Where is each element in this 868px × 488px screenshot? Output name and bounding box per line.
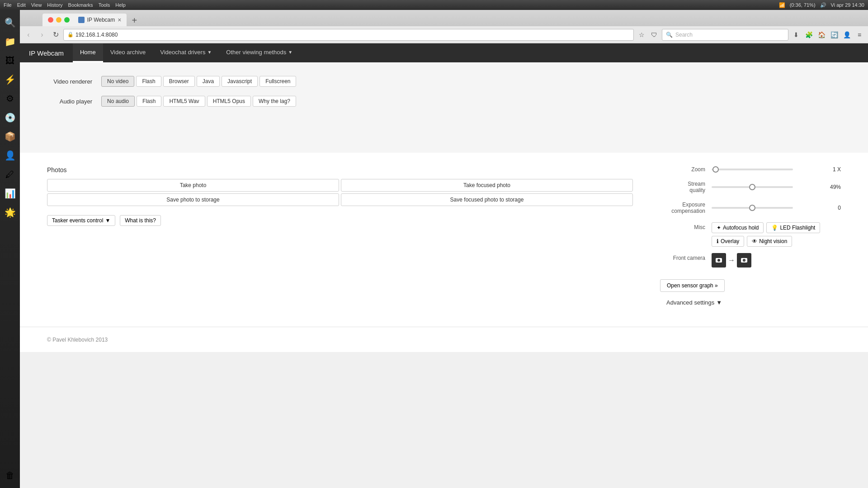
footer-copyright: © Pavel Khlebovich 2013 bbox=[47, 337, 108, 343]
advanced-settings-row: Advanced settings ▼ bbox=[660, 292, 841, 309]
back-button[interactable]: ‹ bbox=[23, 29, 34, 41]
menu-history[interactable]: History bbox=[47, 2, 62, 8]
sync-icon[interactable]: 🔄 bbox=[828, 29, 840, 41]
dock-item-4[interactable]: ⚙ bbox=[2, 90, 18, 107]
cam-front-icon bbox=[737, 253, 751, 267]
os-menu-bar[interactable]: File Edit View History Bookmarks Tools H… bbox=[4, 2, 126, 8]
url-input[interactable]: 🔒 192.168.1.4:8080 bbox=[63, 29, 634, 41]
btn-no-audio[interactable]: No audio bbox=[101, 96, 135, 107]
led-flashlight-button[interactable]: 💡 LED Flashlight bbox=[766, 222, 820, 233]
dock-item-6[interactable]: 📦 bbox=[2, 128, 18, 145]
nav-other-viewing[interactable]: Other viewing methods ▼ bbox=[219, 43, 300, 62]
btn-java[interactable]: Java bbox=[197, 76, 220, 87]
close-button[interactable] bbox=[48, 17, 53, 23]
zoom-slider-row: Zoom 1 X bbox=[660, 166, 841, 173]
night-vision-icon: 👁 bbox=[752, 238, 757, 244]
autofocus-icon: ✦ bbox=[717, 225, 721, 231]
menu-icon[interactable]: ≡ bbox=[854, 29, 865, 41]
dock-item-7[interactable]: 👤 bbox=[2, 147, 18, 164]
tab-title: IP Webcam bbox=[87, 17, 115, 23]
search-input[interactable]: 🔍 Search bbox=[662, 29, 788, 41]
tasker-events-button[interactable]: Tasker events control ▼ bbox=[47, 215, 115, 226]
stream-quality-slider[interactable] bbox=[712, 186, 816, 188]
btn-why-lag[interactable]: Why the lag? bbox=[253, 96, 296, 107]
btn-browser[interactable]: Browser bbox=[163, 76, 195, 87]
advanced-settings-button[interactable]: Advanced settings ▼ bbox=[660, 296, 728, 309]
tasker-dropdown-icon: ▼ bbox=[105, 217, 110, 224]
dock-item-10[interactable]: 🌟 bbox=[2, 204, 18, 221]
dock-item-5[interactable]: 💿 bbox=[2, 109, 18, 126]
zoom-slider[interactable] bbox=[712, 169, 816, 170]
btn-no-video[interactable]: No video bbox=[101, 76, 134, 87]
main-area: Photos Take photo Take focused photo Sav… bbox=[20, 153, 868, 327]
svg-point-4 bbox=[744, 260, 745, 261]
btn-flash-video[interactable]: Flash bbox=[136, 76, 161, 87]
menu-view[interactable]: View bbox=[31, 2, 42, 8]
profile-icon[interactable]: 👤 bbox=[841, 29, 853, 41]
save-focused-photo-button[interactable]: Save focused photo to storage bbox=[341, 193, 633, 206]
exposure-thumb[interactable] bbox=[749, 205, 755, 211]
overlay-button[interactable]: ℹ Overlay bbox=[712, 236, 744, 247]
autofocus-hold-button[interactable]: ✦ Autofocus hold bbox=[712, 222, 764, 233]
save-photo-button[interactable]: Save photo to storage bbox=[47, 193, 339, 206]
zoom-label: Zoom bbox=[660, 166, 705, 173]
night-vision-button[interactable]: 👁 Night vision bbox=[747, 236, 792, 247]
os-dock: 🔍 📁 🖼 ⚡ ⚙ 💿 📦 👤 🖊 📊 🌟 🗑 bbox=[0, 10, 20, 488]
search-placeholder: Search bbox=[675, 32, 693, 38]
zoom-thumb[interactable] bbox=[712, 166, 719, 173]
home-icon[interactable]: 🏠 bbox=[816, 29, 827, 41]
misc-buttons: ✦ Autofocus hold 💡 LED Flashlight ℹ Over… bbox=[712, 222, 841, 247]
menu-edit[interactable]: Edit bbox=[17, 2, 26, 8]
camera-switch[interactable]: → bbox=[712, 253, 751, 267]
take-focused-photo-button[interactable]: Take focused photo bbox=[341, 179, 633, 192]
minimize-button[interactable] bbox=[56, 17, 61, 23]
forward-button[interactable]: › bbox=[36, 29, 48, 41]
menu-file[interactable]: File bbox=[4, 2, 12, 8]
toolbar-icons: ☆ 🛡 bbox=[636, 29, 660, 41]
btn-html5-opus[interactable]: HTML5 Opus bbox=[207, 96, 251, 107]
bookmark-star-icon[interactable]: ☆ bbox=[636, 29, 647, 41]
menu-bookmarks[interactable]: Bookmarks bbox=[68, 2, 93, 8]
maximize-button[interactable] bbox=[64, 17, 70, 23]
app-brand: IP Webcam bbox=[29, 49, 64, 57]
dock-item-3[interactable]: ⚡ bbox=[2, 71, 18, 88]
dock-item-trash[interactable]: 🗑 bbox=[2, 467, 18, 483]
browser-tab-active[interactable]: IP Webcam × bbox=[42, 14, 127, 26]
sensor-graph-button[interactable]: Open sensor graph » bbox=[660, 279, 725, 292]
btn-flash-audio[interactable]: Flash bbox=[137, 96, 161, 107]
pocket-icon[interactable]: 🛡 bbox=[648, 29, 660, 41]
btn-javascript[interactable]: Javascript bbox=[222, 76, 258, 87]
exposure-slider-row: Exposure compensation 0 bbox=[660, 202, 841, 214]
menu-help[interactable]: Help bbox=[115, 2, 126, 8]
window-controls[interactable] bbox=[48, 17, 70, 23]
nav-home[interactable]: Home bbox=[73, 43, 103, 62]
exposure-slider[interactable] bbox=[712, 207, 816, 209]
dock-item-0[interactable]: 🔍 bbox=[2, 14, 18, 31]
take-photo-button[interactable]: Take photo bbox=[47, 179, 339, 192]
sensor-graph-row: Open sensor graph » bbox=[660, 274, 841, 292]
videochat-dropdown-icon: ▼ bbox=[207, 50, 212, 55]
extensions-icon[interactable]: 🧩 bbox=[803, 29, 815, 41]
battery-status: (0:36, 71%) bbox=[790, 2, 816, 8]
dock-item-8[interactable]: 🖊 bbox=[2, 166, 18, 183]
left-panel: Photos Take photo Take focused photo Sav… bbox=[47, 166, 633, 309]
whatis-button[interactable]: What is this? bbox=[120, 215, 161, 226]
nav-video-archive[interactable]: Video archive bbox=[103, 43, 153, 62]
audio-player-label: Audio player bbox=[38, 98, 92, 105]
exposure-label: Exposure compensation bbox=[660, 202, 705, 214]
url-text: 192.168.1.4:8080 bbox=[75, 32, 118, 38]
reload-button[interactable]: ↻ bbox=[50, 29, 61, 41]
btn-fullscreen[interactable]: Fullscreen bbox=[259, 76, 296, 87]
menu-tools[interactable]: Tools bbox=[99, 2, 110, 8]
stream-quality-thumb[interactable] bbox=[749, 184, 755, 190]
audio-player-row: Audio player No audio Flash HTML5 Wav HT… bbox=[38, 96, 850, 107]
tab-close-button[interactable]: × bbox=[118, 16, 121, 23]
new-tab-button[interactable]: + bbox=[128, 14, 140, 26]
download-icon[interactable]: ⬇ bbox=[790, 29, 802, 41]
nav-videochat-drivers[interactable]: Videochat drivers ▼ bbox=[153, 43, 219, 62]
search-icon: 🔍 bbox=[666, 32, 673, 38]
btn-html5-wav[interactable]: HTML5 Wav bbox=[163, 96, 205, 107]
dock-item-1[interactable]: 📁 bbox=[2, 33, 18, 50]
dock-item-9[interactable]: 📊 bbox=[2, 185, 18, 202]
dock-item-2[interactable]: 🖼 bbox=[2, 52, 18, 69]
